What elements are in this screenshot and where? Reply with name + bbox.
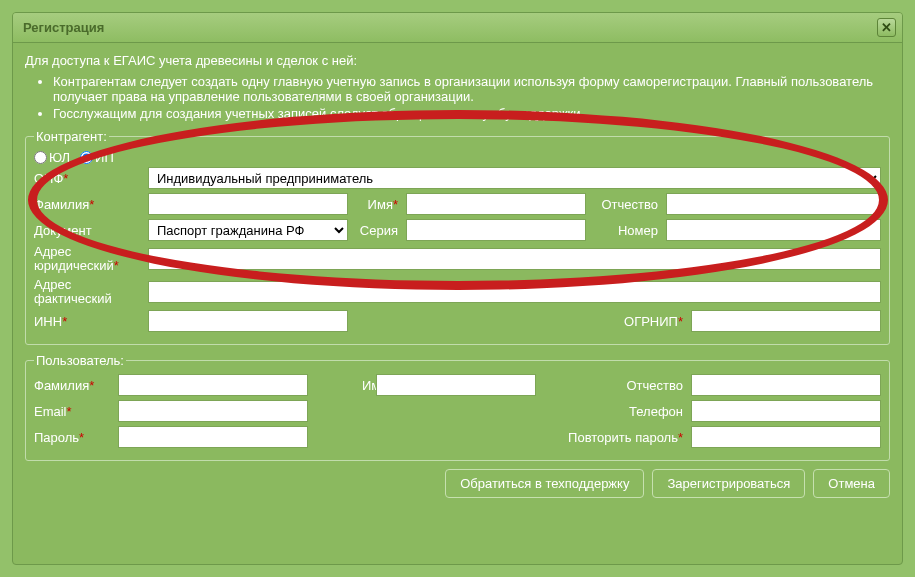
user-fieldset: Пользователь: Фамилия* Имя* Отчество Ema… <box>25 353 890 461</box>
email-input[interactable] <box>118 400 308 422</box>
bullet-1: Контрагентам следует создать одну главну… <box>53 74 890 104</box>
support-button[interactable]: Обратиться в техподдержку <box>445 469 644 498</box>
actual-addr-input[interactable] <box>148 281 881 303</box>
password2-label: Повторить пароль <box>568 430 678 445</box>
password2-input[interactable] <box>691 426 881 448</box>
document-label: Документ <box>34 223 92 238</box>
dialog-title: Регистрация <box>23 20 104 35</box>
cancel-button[interactable]: Отмена <box>813 469 890 498</box>
actual-addr-label: Адрес фактический <box>34 277 112 306</box>
kontragent-legend: Контрагент: <box>34 129 109 144</box>
k-patronymic-input[interactable] <box>666 193 881 215</box>
email-label: Email <box>34 404 67 419</box>
required-marker: * <box>67 404 72 419</box>
legal-addr-label: Адрес юридический <box>34 244 114 273</box>
password-input[interactable] <box>118 426 308 448</box>
title-bar: Регистрация ✕ <box>13 13 902 43</box>
required-marker: * <box>89 378 94 393</box>
u-lastname-input[interactable] <box>118 374 308 396</box>
opf-label: ОПФ <box>34 171 63 186</box>
phone-label: Телефон <box>629 404 683 419</box>
ogrnip-input[interactable] <box>691 310 881 332</box>
required-marker: * <box>678 314 683 329</box>
legal-addr-input[interactable] <box>148 248 881 270</box>
close-icon: ✕ <box>881 20 892 35</box>
phone-input[interactable] <box>691 400 881 422</box>
series-label: Серия <box>360 223 398 238</box>
k-name-input[interactable] <box>406 193 586 215</box>
radio-ip-label[interactable]: ИП <box>95 150 114 165</box>
close-button[interactable]: ✕ <box>877 18 896 37</box>
radio-ip[interactable] <box>80 151 93 164</box>
required-marker: * <box>89 197 94 212</box>
bullet-2: Госслужащим для создания учетных записей… <box>53 106 890 121</box>
k-lastname-input[interactable] <box>148 193 348 215</box>
radio-yl-label[interactable]: ЮЛ <box>49 150 70 165</box>
kontragent-fieldset: Контрагент: ЮЛ ИП ОПФ* Индивидуальный пр… <box>25 129 890 345</box>
required-marker: * <box>62 314 67 329</box>
document-select[interactable]: Паспорт гражданина РФ <box>148 219 348 241</box>
required-marker: * <box>114 258 119 273</box>
intro-text: Для доступа к ЕГАИС учета древесины и сд… <box>25 53 890 68</box>
series-input[interactable] <box>406 219 586 241</box>
ogrnip-label: ОГРНИП <box>624 314 678 329</box>
k-name-label: Имя <box>368 197 393 212</box>
u-patronymic-label: Отчество <box>626 378 683 393</box>
required-marker: * <box>63 171 68 186</box>
inn-input[interactable] <box>148 310 348 332</box>
number-input[interactable] <box>666 219 881 241</box>
u-lastname-label: Фамилия <box>34 378 89 393</box>
required-marker: * <box>393 197 398 212</box>
u-patronymic-input[interactable] <box>691 374 881 396</box>
password-label: Пароль <box>34 430 79 445</box>
inn-label: ИНН <box>34 314 62 329</box>
number-label: Номер <box>618 223 658 238</box>
radio-yl[interactable] <box>34 151 47 164</box>
required-marker: * <box>79 430 84 445</box>
required-marker: * <box>678 430 683 445</box>
u-name-input[interactable] <box>376 374 536 396</box>
k-lastname-label: Фамилия <box>34 197 89 212</box>
opf-select[interactable]: Индивидуальный предприниматель <box>148 167 881 189</box>
user-legend: Пользователь: <box>34 353 126 368</box>
k-patronymic-label: Отчество <box>601 197 658 212</box>
register-button[interactable]: Зарегистрироваться <box>652 469 805 498</box>
